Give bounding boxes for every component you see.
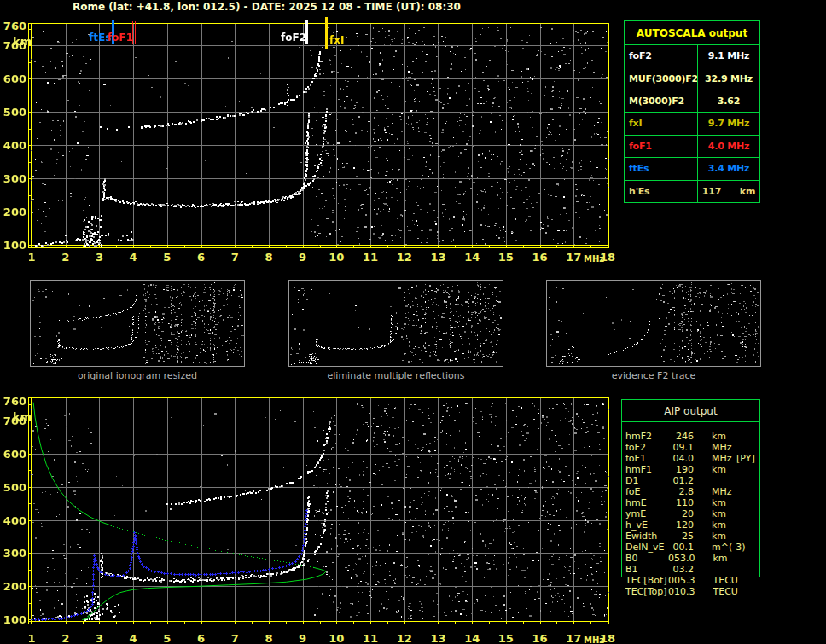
y-tick-label: 100 xyxy=(1,240,26,251)
autoscala-row: MUF(3000)F232.9 MHz xyxy=(625,67,759,89)
marker-foF1-label: foF1 xyxy=(108,32,133,43)
aip-param-value: 03.2 xyxy=(668,564,694,575)
autoscala-param-name: fxI xyxy=(625,113,698,134)
aip-row: hmF1190km xyxy=(622,464,759,475)
aip-row: D101.2 xyxy=(622,475,759,486)
x-tick-label: 8 xyxy=(259,252,278,263)
aip-param-unit: km xyxy=(712,519,736,531)
panel-evidence-f2 xyxy=(546,280,761,367)
autoscala-row: h'Es117 km xyxy=(625,180,759,202)
y-tick-label: 400 xyxy=(1,515,26,526)
aip-row: foE2.8MHz xyxy=(622,486,759,497)
aip-param-name: hmF1 xyxy=(622,464,668,475)
aip-param-name: B0 xyxy=(622,553,668,564)
caption-eliminate-reflections: eliminate multiple reflections xyxy=(288,370,503,381)
aip-param-unit: km xyxy=(712,497,736,508)
autoscala-param-name: h'Es xyxy=(625,181,698,202)
aip-param-value: 2.8 xyxy=(668,486,694,497)
aip-param-value: 20 xyxy=(668,508,694,519)
aip-row: TEC[Top]010.3TECU xyxy=(622,586,759,597)
aip-param-name: D1 xyxy=(622,475,668,486)
panel-original-resized xyxy=(30,280,245,367)
x-tick-label: 10 xyxy=(327,252,346,263)
autoscala-table-header: AUTOSCALA output xyxy=(625,21,759,45)
aip-param-name: B1 xyxy=(622,564,668,575)
autoscala-row: M(3000)F23.62 xyxy=(625,90,759,112)
x-tick-label: 17 xyxy=(564,252,583,263)
aip-row: ymE20km xyxy=(622,508,759,519)
aip-param-name: TEC[Bot] xyxy=(622,575,668,586)
y-tick-label: 600 xyxy=(1,73,26,84)
aip-param-value: 010.3 xyxy=(668,586,695,597)
aip-param-name: h_vE xyxy=(622,519,668,531)
x-tick-label: 17 xyxy=(564,633,583,644)
y-tick-label: 600 xyxy=(1,449,26,460)
aip-param-value: 246 xyxy=(668,431,694,442)
x-tick-label: 6 xyxy=(192,252,211,263)
aip-param-value: 190 xyxy=(668,464,694,475)
aip-param-value: 04.0 xyxy=(668,453,694,464)
aip-row: hmF2246km xyxy=(622,431,759,442)
x-tick-label: 2 xyxy=(56,252,75,263)
y-tick-label: 500 xyxy=(1,107,26,118)
x-tick-label: 15 xyxy=(497,633,515,644)
aip-param-value: 09.1 xyxy=(668,442,694,453)
aip-param-value: 25 xyxy=(668,531,694,542)
y-tick-label: 200 xyxy=(1,581,26,592)
aip-param-name: foF1 xyxy=(622,453,668,464)
bottom-ionogram-plot xyxy=(28,397,609,624)
aip-param-name: foF2 xyxy=(622,442,668,453)
marker-fxI-line xyxy=(325,17,328,49)
y-tick-label: 760 xyxy=(1,20,26,32)
x-tick-label: 7 xyxy=(225,633,244,644)
panel-eliminate-reflections xyxy=(288,280,503,367)
autoscala-param-value: 3.62 xyxy=(698,90,759,112)
autoscala-row: foF29.1 MHz xyxy=(625,45,759,67)
autoscala-row: fxI9.7 MHz xyxy=(625,112,759,134)
autoscala-param-name: foF1 xyxy=(625,136,698,157)
y-axis-unit-label: km xyxy=(13,411,32,422)
aip-row: DelN_vE00.1m^(-3) xyxy=(622,542,759,553)
marker-fxI-label: fxI xyxy=(329,35,344,45)
aip-table-header: AIP output xyxy=(622,400,759,422)
x-tick-label: 1 xyxy=(22,633,41,644)
aip-param-name: hmE xyxy=(622,497,668,508)
x-tick-label: 9 xyxy=(294,252,312,263)
x-tick-label: 6 xyxy=(192,633,211,644)
autoscala-window: Rome (lat: +41.8, lon: 012.5) - DATE: 20… xyxy=(0,0,826,644)
x-tick-label: 14 xyxy=(462,252,481,263)
x-tick-label: 11 xyxy=(361,252,380,263)
aip-param-unit: m^(-3) xyxy=(712,542,745,553)
x-tick-label: 10 xyxy=(327,633,346,644)
x-axis-unit-label: MHz xyxy=(584,254,604,264)
x-tick-label: 15 xyxy=(497,252,515,263)
caption-evidence-f2: evidence F2 trace xyxy=(546,370,761,381)
x-tick-label: 13 xyxy=(428,252,447,263)
x-tick-label: 2 xyxy=(56,633,75,644)
aip-row: foF209.1MHz xyxy=(622,442,759,453)
aip-row: Ewidth25km xyxy=(622,531,759,542)
aip-param-unit xyxy=(712,564,736,575)
x-tick-label: 4 xyxy=(124,633,143,644)
aip-param-value: 053.0 xyxy=(668,553,695,564)
x-tick-label: 3 xyxy=(90,633,108,644)
x-tick-label: 12 xyxy=(395,633,414,644)
x-tick-label: 13 xyxy=(428,633,447,644)
autoscala-param-value: 117 km xyxy=(698,181,759,202)
aip-table-rows: hmF2246kmfoF209.1MHzfoF104.0MHz[PY]hmF11… xyxy=(622,422,759,597)
aip-param-unit: TECU xyxy=(713,586,738,597)
y-axis-unit-label: km xyxy=(13,36,32,47)
aip-output-table: AIP output hmF2246kmfoF209.1MHzfoF104.0M… xyxy=(621,399,760,577)
aip-param-unit: MHz xyxy=(712,453,736,464)
autoscala-output-table: AUTOSCALA output foF29.1 MHzMUF(3000)F23… xyxy=(624,20,760,203)
x-tick-label: 4 xyxy=(124,252,143,263)
aip-row: h_vE120km xyxy=(622,519,759,531)
aip-param-unit xyxy=(712,475,736,486)
autoscala-row: ftEs3.4 MHz xyxy=(625,157,759,179)
x-tick-label: 8 xyxy=(259,633,278,644)
aip-param-unit: km xyxy=(712,431,736,442)
aip-param-name: ymE xyxy=(622,508,668,519)
aip-param-flag: [PY] xyxy=(736,453,755,464)
x-tick-label: 9 xyxy=(294,633,312,644)
x-tick-label: 11 xyxy=(361,633,380,644)
